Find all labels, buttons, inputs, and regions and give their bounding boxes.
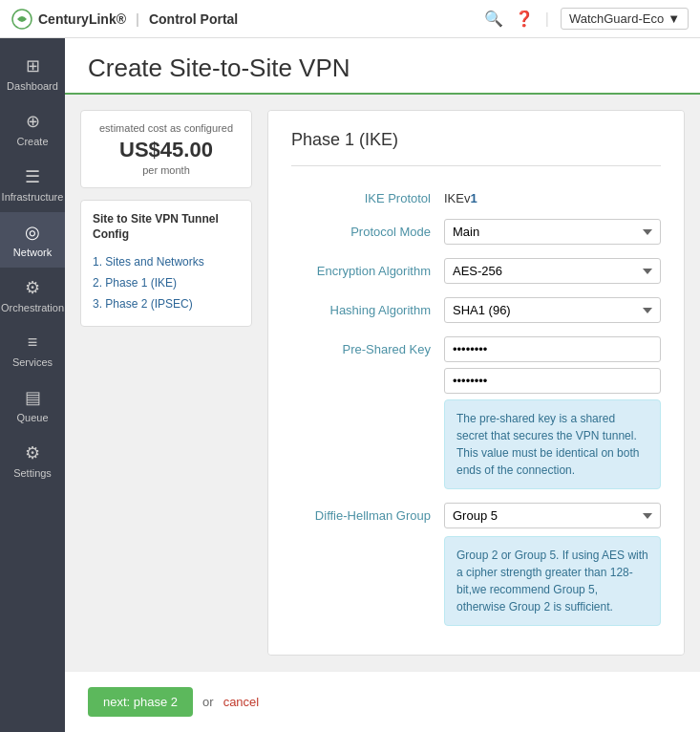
protocol-mode-label: Protocol Mode (291, 219, 444, 239)
next-button[interactable]: next: phase 2 (88, 687, 193, 717)
nav-separator2: | (545, 11, 549, 28)
ike-protocol-value-wrap: IKEv1 (444, 185, 661, 205)
diffie-hellman-select[interactable]: Group 2 Group 5 (444, 503, 661, 528)
form-divider (291, 165, 661, 166)
encryption-algorithm-control: AES-256 AES-128 3DES DES (444, 258, 661, 284)
page-title: Create Site-to-Site VPN (88, 54, 677, 83)
help-icon[interactable]: ❓ (515, 10, 534, 28)
sidebar-label-orchestration: Orchestration (1, 302, 64, 313)
form-panel: Phase 1 (IKE) IKE Prototol IKEv1 Protoco… (267, 110, 685, 656)
sidebar: ⊞ Dashboard ⊕ Create ☰ Infrastructure ◎ … (0, 38, 65, 732)
brand: CenturyLink® | Control Portal (11, 9, 238, 30)
pre-shared-key-row: Pre-Shared Key The pre-shared key is a s… (291, 336, 661, 489)
left-panel: estimated cost as configured US$45.00 pe… (80, 110, 252, 656)
create-icon: ⊕ (26, 111, 40, 132)
page-header: Create Site-to-Site VPN (65, 38, 700, 95)
sidebar-item-settings[interactable]: ⚙ Settings (0, 433, 65, 488)
hashing-algorithm-control: SHA1 (96) SHA1 MD5 (444, 297, 661, 323)
sidebar-item-infrastructure[interactable]: ☰ Infrastructure (0, 157, 65, 212)
nav-step-3[interactable]: 3. Phase 2 (IPSEC) (93, 293, 240, 314)
sidebar-item-services[interactable]: ≡ Services (0, 323, 65, 377)
diffie-hellman-row: Diffie-Hellman Group Group 2 Group 5 Gro… (291, 503, 661, 626)
sidebar-label-network: Network (13, 247, 52, 258)
cost-period: per month (93, 164, 240, 176)
queue-icon: ▤ (25, 387, 41, 408)
sidebar-label-create: Create (16, 136, 48, 147)
settings-icon: ⚙ (25, 442, 40, 463)
protocol-mode-row: Protocol Mode Main Aggressive (291, 219, 661, 245)
content-area: Create Site-to-Site VPN estimated cost a… (65, 38, 700, 732)
pre-shared-key-label: Pre-Shared Key (291, 336, 444, 356)
dropdown-icon: ▼ (668, 11, 680, 26)
user-menu[interactable]: WatchGuard-Eco ▼ (561, 8, 689, 30)
cancel-button[interactable]: cancel (223, 695, 260, 709)
nav-steps: Site to Site VPN Tunnel Config 1. Sites … (80, 200, 252, 327)
sidebar-label-settings: Settings (13, 467, 52, 479)
encryption-algorithm-row: Encryption Algorithm AES-256 AES-128 3DE… (291, 258, 661, 284)
ike-protocol-label: IKE Prototol (291, 185, 444, 205)
sidebar-item-dashboard[interactable]: ⊞ Dashboard (0, 46, 65, 101)
top-nav: CenturyLink® | Control Portal 🔍 ❓ | Watc… (0, 0, 700, 38)
pre-shared-key-control: The pre-shared key is a shared secret th… (444, 336, 661, 489)
sidebar-label-dashboard: Dashboard (7, 80, 58, 92)
services-icon: ≡ (28, 333, 38, 353)
nav-separator: | (136, 11, 139, 27)
infrastructure-icon: ☰ (25, 166, 40, 187)
nav-steps-title: Site to Site VPN Tunnel Config (93, 212, 240, 242)
pre-shared-key-input[interactable] (444, 336, 661, 362)
network-icon: ◎ (25, 222, 40, 243)
dashboard-icon: ⊞ (26, 55, 40, 76)
search-icon[interactable]: 🔍 (484, 10, 503, 28)
pre-shared-key-confirm-input[interactable] (444, 368, 661, 394)
cost-label: estimated cost as configured (93, 122, 240, 134)
protocol-mode-select[interactable]: Main Aggressive (444, 219, 661, 245)
sidebar-item-orchestration[interactable]: ⚙ Orchestration (0, 268, 65, 323)
diffie-hellman-info: Group 2 or Group 5. If using AES with a … (444, 536, 661, 626)
hashing-algorithm-label: Hashing Algorithm (291, 297, 444, 317)
actions-separator: or (202, 695, 214, 709)
sidebar-item-network[interactable]: ◎ Network (0, 212, 65, 268)
hashing-algorithm-select[interactable]: SHA1 (96) SHA1 MD5 (444, 297, 661, 323)
encryption-algorithm-select[interactable]: AES-256 AES-128 3DES DES (444, 258, 661, 284)
diffie-hellman-label: Diffie-Hellman Group (291, 503, 444, 523)
sidebar-label-queue: Queue (16, 412, 48, 423)
cost-box: estimated cost as configured US$45.00 pe… (80, 110, 252, 188)
ike-version-highlight: 1 (470, 191, 477, 205)
brand-name: CenturyLink® (38, 11, 126, 27)
pre-shared-key-info: The pre-shared key is a shared secret th… (444, 399, 661, 489)
sidebar-label-infrastructure: Infrastructure (2, 191, 64, 203)
nav-actions: 🔍 ❓ | WatchGuard-Eco ▼ (484, 8, 689, 30)
user-label: WatchGuard-Eco (569, 11, 664, 26)
sidebar-item-create[interactable]: ⊕ Create (0, 101, 65, 157)
form-section-title: Phase 1 (IKE) (291, 130, 661, 150)
nav-step-2[interactable]: 2. Phase 1 (IKE) (93, 272, 240, 293)
password-confirm-row (444, 368, 661, 394)
encryption-algorithm-label: Encryption Algorithm (291, 258, 444, 278)
sidebar-item-queue[interactable]: ▤ Queue (0, 377, 65, 433)
brand-logo (11, 9, 32, 30)
ike-protocol-value: IKEv1 (444, 185, 661, 205)
nav-step-1[interactable]: 1. Sites and Networks (93, 251, 240, 272)
form-actions: next: phase 2 or cancel (65, 671, 700, 732)
page-body: estimated cost as configured US$45.00 pe… (65, 95, 700, 671)
password-input-row (444, 336, 661, 362)
nav-title: Control Portal (149, 11, 238, 27)
sidebar-label-services: Services (12, 356, 53, 368)
diffie-hellman-control: Group 2 Group 5 Group 2 or Group 5. If u… (444, 503, 661, 626)
cost-amount: US$45.00 (93, 138, 240, 162)
ike-protocol-row: IKE Prototol IKEv1 (291, 185, 661, 205)
orchestration-icon: ⚙ (25, 277, 40, 298)
hashing-algorithm-row: Hashing Algorithm SHA1 (96) SHA1 MD5 (291, 297, 661, 323)
protocol-mode-control: Main Aggressive (444, 219, 661, 245)
